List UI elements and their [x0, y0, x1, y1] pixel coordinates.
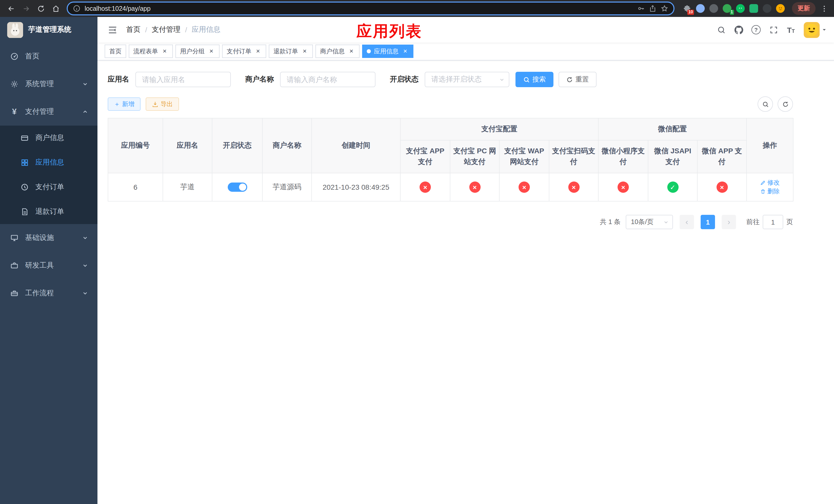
tab-refund-order[interactable]: 退款订单 ×	[269, 45, 313, 58]
export-button[interactable]: 导出	[146, 97, 179, 111]
cell-merchant: 芋道源码	[262, 173, 312, 201]
col-header-alipay-wap: 支付宝 WAP 网站支付	[499, 140, 549, 173]
extension-icon-dark[interactable]	[709, 4, 718, 13]
filter-form: 应用名 商户名称 开启状态 请选择开启状态 搜索	[108, 72, 793, 87]
sidebar-item-devtools[interactable]: 研发工具	[0, 252, 97, 279]
col-header-alipay-pc: 支付宝 PC 网站支付	[450, 140, 499, 173]
sidebar-item-merchant-info[interactable]: 商户信息	[0, 125, 97, 150]
toggle-search-button[interactable]	[758, 96, 773, 112]
close-icon[interactable]: ×	[348, 48, 355, 55]
group-header-alipay: 支付宝配置	[400, 118, 598, 140]
browser-update-button[interactable]: 更新	[792, 2, 815, 15]
tab-user-group[interactable]: 用户分组 ×	[175, 45, 220, 58]
sidebar-item-label: 工作流程	[25, 289, 54, 298]
extension-icon-green-badge[interactable]: 1	[723, 4, 731, 13]
close-icon[interactable]: ×	[255, 48, 262, 55]
fullscreen-icon[interactable]	[766, 22, 781, 38]
goto-page: 前往 页	[746, 215, 793, 229]
wechat-extension-icon[interactable]	[736, 4, 745, 13]
sidebar-item-refund-order[interactable]: 退款订单	[0, 200, 97, 224]
search-button[interactable]: 搜索	[515, 72, 553, 87]
sidebar-item-infrastructure[interactable]: 基础设施	[0, 224, 97, 252]
tab-app-info[interactable]: 应用信息 ×	[362, 45, 413, 58]
bookmark-star-icon[interactable]	[661, 5, 668, 12]
tab-process-form[interactable]: 流程表单 ×	[129, 45, 173, 58]
edit-button[interactable]: 修改	[760, 178, 780, 187]
tab-home[interactable]: 首页	[105, 45, 126, 58]
sidebar-item-label: 应用信息	[36, 158, 64, 167]
col-header-alipay-app: 支付宝 APP 支付	[400, 140, 450, 173]
chevron-down-icon	[663, 219, 669, 225]
extensions-puzzle-icon[interactable]: 10	[683, 4, 692, 13]
browser-forward-button[interactable]	[19, 2, 33, 15]
app-name-input[interactable]	[135, 72, 231, 87]
breadcrumb-payment[interactable]: 支付管理	[152, 25, 180, 35]
alipay-pc-status-badge: ×	[469, 182, 480, 193]
col-header-actions: 操作	[747, 118, 793, 173]
group-header-wechat: 微信配置	[598, 118, 747, 140]
next-page-button[interactable]: ›	[722, 215, 736, 229]
share-icon[interactable]	[649, 5, 657, 12]
extensions-area: 10 1	[679, 4, 789, 13]
add-button[interactable]: ＋ 新增	[108, 97, 140, 111]
user-menu[interactable]	[804, 22, 827, 38]
col-header-created: 创建时间	[312, 118, 400, 173]
browser-reload-button[interactable]	[34, 2, 48, 15]
close-icon[interactable]: ×	[208, 48, 215, 55]
sidebar-item-pay-order[interactable]: 支付订单	[0, 175, 97, 200]
password-key-icon[interactable]	[637, 5, 645, 12]
tab-pay-order[interactable]: 支付订单 ×	[222, 45, 266, 58]
col-header-wechat-mini: 微信小程序支付	[598, 140, 648, 173]
sidebar-item-home[interactable]: 首页	[0, 43, 97, 70]
page-size-select[interactable]: 10条/页	[626, 215, 673, 229]
address-bar[interactable]: localhost:1024/pay/app	[67, 2, 675, 15]
chevron-down-icon	[82, 235, 88, 241]
reset-button[interactable]: 重置	[558, 72, 596, 87]
breadcrumb-separator: /	[145, 26, 147, 34]
page-annotation: 应用列表	[356, 21, 422, 42]
extension-icon-blue[interactable]	[696, 4, 705, 13]
page-number-1[interactable]: 1	[701, 215, 715, 229]
delete-button[interactable]: 删除	[760, 187, 780, 196]
sidebar-item-workflow[interactable]: 工作流程	[0, 279, 97, 307]
sidebar-item-payment[interactable]: ¥ 支付管理	[0, 98, 97, 125]
search-icon	[762, 101, 769, 108]
sidebar-toggle-icon[interactable]	[105, 22, 120, 38]
enabled-toggle[interactable]	[227, 183, 247, 192]
breadcrumb-home[interactable]: 首页	[126, 25, 140, 35]
github-icon[interactable]	[731, 22, 746, 38]
chevron-down-icon	[82, 262, 88, 269]
help-icon[interactable]: ?	[748, 22, 764, 38]
cell-actions: 修改 删除	[747, 173, 793, 201]
reload-icon	[37, 4, 45, 13]
sidebar-item-app-info[interactable]: 应用信息	[0, 150, 97, 175]
col-header-alipay-qr: 支付宝扫码支付	[549, 140, 598, 173]
goto-label: 前往	[746, 217, 760, 227]
close-icon[interactable]: ×	[402, 48, 409, 55]
browser-menu-icon[interactable]	[819, 3, 830, 14]
browser-home-button[interactable]	[49, 2, 63, 15]
col-header-app-name: 应用名	[163, 118, 212, 173]
profile-avatar-icon[interactable]	[776, 4, 785, 13]
merchant-name-input[interactable]	[280, 72, 375, 87]
header-search-icon[interactable]	[714, 22, 729, 38]
font-size-icon[interactable]: TT	[783, 22, 798, 38]
navbar-actions: ? TT	[714, 22, 827, 38]
chevron-up-icon	[82, 109, 88, 115]
refund-document-icon	[21, 208, 29, 216]
browser-back-button[interactable]	[4, 2, 18, 15]
status-select[interactable]: 请选择开启状态	[425, 72, 509, 87]
extension-icon-pin[interactable]	[763, 4, 771, 13]
extension-icon-green-square[interactable]	[749, 4, 758, 13]
download-icon	[152, 101, 158, 108]
refresh-table-button[interactable]	[777, 96, 793, 112]
close-icon[interactable]: ×	[301, 48, 308, 55]
payment-submenu: 商户信息 应用信息 支付订单 退款订单	[0, 125, 97, 224]
tab-merchant-info[interactable]: 商户信息 ×	[315, 45, 359, 58]
goto-page-input[interactable]	[763, 215, 783, 229]
prev-page-button[interactable]: ‹	[680, 215, 694, 229]
close-icon[interactable]: ×	[161, 48, 168, 55]
site-info-icon[interactable]	[73, 5, 81, 12]
alipay-app-status-badge: ×	[420, 182, 431, 193]
sidebar-item-system[interactable]: 系统管理	[0, 70, 97, 98]
